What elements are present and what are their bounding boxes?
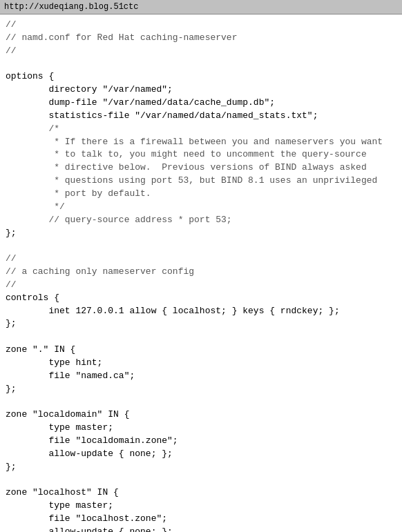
code-line: allow-update { none; }; bbox=[6, 526, 173, 532]
code-line: dump-file "/var/named/data/cache_dump.db… bbox=[6, 97, 275, 108]
code-line: }; bbox=[6, 228, 17, 238]
code-line: statistics-file "/var/named/data/named_s… bbox=[6, 110, 318, 121]
code-line: * If there is a firewall between you and… bbox=[6, 137, 383, 147]
code-line: zone "localdomain" IN { bbox=[6, 409, 129, 420]
code-line: // query-source address * port 53; bbox=[6, 215, 232, 225]
code-line: inet 127.0.0.1 allow { localhost; } keys… bbox=[6, 306, 340, 316]
code-line: }; bbox=[6, 462, 17, 472]
code-line: directory "/var/named"; bbox=[6, 84, 173, 95]
code-line: type master; bbox=[6, 500, 113, 511]
code-line: zone "localhost" IN { bbox=[6, 487, 119, 497]
code-line: }; bbox=[6, 384, 17, 394]
code-line: // bbox=[6, 253, 17, 264]
code-line: /* bbox=[6, 124, 59, 134]
header-title: http://xudeqiang.blog.51ctc bbox=[4, 2, 138, 12]
code-line: // bbox=[6, 279, 17, 290]
code-line: // bbox=[6, 46, 17, 56]
code-line: * directive below. Previous versions of … bbox=[6, 162, 367, 173]
code-line: // a caching only nameserver config bbox=[6, 266, 194, 277]
code-line: type hint; bbox=[6, 357, 102, 368]
code-line: */ bbox=[6, 201, 65, 212]
code-line: file "named.ca"; bbox=[6, 371, 135, 381]
code-line: controls { bbox=[6, 293, 59, 303]
header-bar: http://xudeqiang.blog.51ctc bbox=[0, 0, 402, 14]
code-line: // namd.conf for Red Hat caching-nameser… bbox=[6, 32, 237, 43]
code-line: zone "." IN { bbox=[6, 344, 75, 355]
code-line: * port by default. bbox=[6, 188, 151, 199]
code-line: // bbox=[6, 19, 17, 30]
code-line: type master; bbox=[6, 422, 113, 433]
code-line: file "localhost.zone"; bbox=[6, 513, 167, 524]
code-area: // // namd.conf for Red Hat caching-name… bbox=[0, 14, 402, 532]
code-line: }; bbox=[6, 318, 17, 328]
code-line: file "localdomain.zone"; bbox=[6, 435, 178, 446]
code-line: options { bbox=[6, 71, 54, 81]
code-line: * questions using port 53, but BIND 8.1 … bbox=[6, 175, 377, 186]
code-line: * to talk to, you might need to uncommen… bbox=[6, 149, 367, 159]
code-line: allow-update { none; }; bbox=[6, 449, 173, 459]
